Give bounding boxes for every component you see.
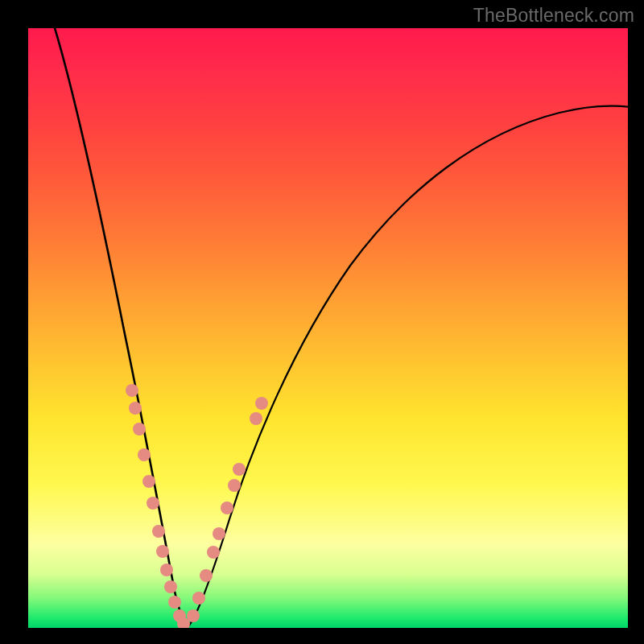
svg-point-2: [133, 423, 146, 436]
plot-area: [28, 28, 628, 628]
svg-point-9: [164, 580, 177, 593]
svg-point-20: [233, 463, 246, 476]
svg-point-10: [168, 596, 181, 609]
watermark-text: TheBottleneck.com: [473, 5, 634, 27]
svg-point-6: [152, 525, 165, 538]
chart-svg: [28, 28, 628, 628]
sample-dots-right: [187, 397, 268, 622]
svg-point-0: [126, 384, 138, 397]
svg-point-8: [160, 564, 173, 576]
svg-point-7: [156, 545, 169, 558]
svg-point-5: [147, 497, 159, 510]
svg-point-15: [200, 569, 213, 582]
svg-point-4: [142, 475, 155, 488]
svg-point-1: [129, 402, 142, 415]
svg-point-3: [138, 448, 151, 461]
svg-point-21: [250, 412, 262, 425]
svg-point-14: [192, 592, 205, 605]
svg-point-16: [207, 546, 220, 559]
svg-point-18: [221, 502, 233, 514]
svg-point-13: [187, 609, 200, 622]
curve-right: [188, 106, 628, 627]
svg-point-17: [213, 527, 225, 540]
curve-left: [52, 28, 188, 627]
chart-frame: TheBottleneck.com: [0, 0, 644, 644]
svg-point-22: [255, 397, 268, 410]
sample-dots-left: [126, 384, 190, 628]
svg-point-19: [228, 479, 241, 492]
